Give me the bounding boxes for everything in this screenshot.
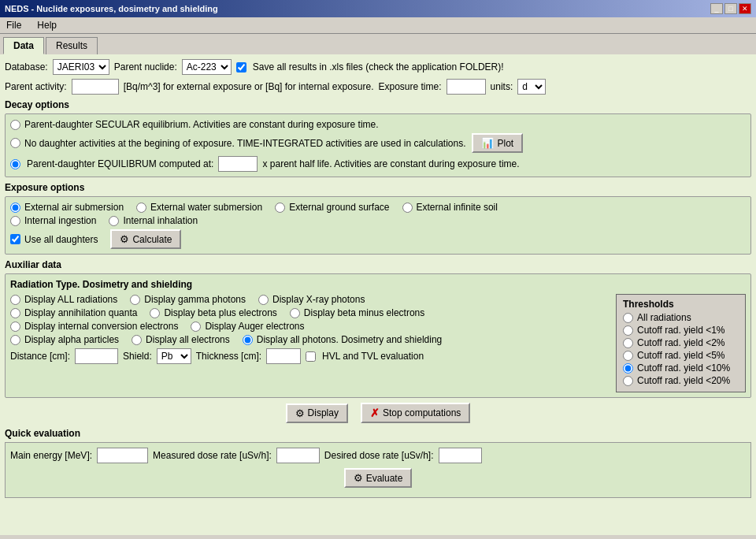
thickness-input[interactable]: 0.3 <box>266 348 301 364</box>
disp-internal-radio[interactable] <box>10 322 20 332</box>
disp-xray-radio[interactable] <box>258 295 269 305</box>
distance-shield-row: Distance [cm]: 100.0 Shield: Pb Al Fe Th… <box>10 348 610 364</box>
ext-water-label: External water submersion <box>150 202 262 213</box>
parent-activity-input[interactable]: 400 <box>72 79 119 95</box>
disp-allelectrons-item: Display all electrons <box>132 334 230 345</box>
disp-gamma-radio[interactable] <box>130 295 140 305</box>
decay-equilibrium-radio[interactable] <box>10 159 20 169</box>
thresh-all-item: All radiations <box>623 312 739 323</box>
thresh-2-label: Cutoff rad. yield <2% <box>637 337 725 348</box>
parent-activity-label: Parent activity: <box>5 81 67 92</box>
activity-row: Parent activity: 400 [Bq/m^3] for extern… <box>5 79 751 95</box>
save-xls-label: Save all results in .xls files (check th… <box>253 61 504 72</box>
stop-button[interactable]: ✗ Stop computations <box>361 403 470 423</box>
thresh-all-radio[interactable] <box>623 313 633 323</box>
radiation-dosimetry-box: Radiation Type. Dosimetry and shielding … <box>5 273 751 398</box>
thresh-1-label: Cutoff rad. yield <1% <box>637 325 725 336</box>
int-ingestion-radio[interactable] <box>10 216 20 226</box>
disp-allelectrons-label: Display all electrons <box>146 334 230 345</box>
evaluate-button[interactable]: ⚙ Evaluate <box>344 468 413 488</box>
activity-unit-label: [Bq/m^3] for external exposure or [Bq] f… <box>124 81 374 92</box>
database-select[interactable]: JAERI03 <box>53 59 109 75</box>
thresh-2-radio[interactable] <box>623 338 633 348</box>
measured-dose-input[interactable]: 2.2 <box>276 448 320 463</box>
display-row3: Display internal conversion electrons Di… <box>10 321 610 332</box>
decay-options-box: Parent-daughter SECULAR equilibrium. Act… <box>5 113 751 177</box>
stop-label: Stop computations <box>383 407 461 418</box>
disp-betaminus-item: Display beta minus electrons <box>290 307 424 318</box>
parent-nuclide-select[interactable]: Ac-223 <box>182 59 232 75</box>
thresh-5-radio[interactable] <box>623 351 633 361</box>
exposure-time-label: Exposure time: <box>379 81 442 92</box>
disp-internal-label: Display internal conversion electrons <box>24 321 178 332</box>
disp-alpha-radio[interactable] <box>10 335 20 345</box>
minimize-button[interactable]: _ <box>710 3 723 14</box>
exposure-time-input[interactable]: 180 <box>447 79 486 95</box>
thresh-1-radio[interactable] <box>623 325 633 336</box>
tab-results[interactable]: Results <box>46 37 98 54</box>
menu-file[interactable]: File <box>3 19 24 32</box>
decay-secular-row: Parent-daughter SECULAR equilibrium. Act… <box>10 119 746 130</box>
plot-button[interactable]: 📊 Plot <box>472 133 523 153</box>
main-energy-input[interactable]: 0.125 <box>97 448 148 463</box>
ext-air-label: External air submersion <box>24 202 124 213</box>
display-button[interactable]: ⚙ Display <box>286 403 348 423</box>
plot-label: Plot <box>497 138 513 149</box>
disp-annihilation-radio[interactable] <box>10 308 20 318</box>
window-controls: _ □ ✕ <box>710 3 751 14</box>
disp-auger-radio[interactable] <box>191 322 201 332</box>
desired-dose-label: Desired dose rate [uSv/h]: <box>324 450 434 461</box>
ext-soil-radio[interactable] <box>402 203 413 213</box>
int-inhalation-item: Internal inhalation <box>109 215 198 226</box>
decay-nodaughter-label: No daughter activities at the begining o… <box>24 138 465 149</box>
shield-select[interactable]: Pb Al Fe <box>157 348 191 364</box>
units-select[interactable]: d <box>517 79 546 95</box>
disp-all-radio[interactable] <box>10 295 20 305</box>
menu-help[interactable]: Help <box>34 19 60 32</box>
hvl-checkbox[interactable] <box>306 351 316 362</box>
distance-input[interactable]: 100.0 <box>75 348 118 364</box>
display-options-container: Display ALL radiations Display gamma pho… <box>10 294 610 392</box>
exposure-row1: External air submersion External water s… <box>10 202 746 213</box>
stop-x-icon: ✗ <box>370 407 380 419</box>
disp-betaplus-radio[interactable] <box>150 308 160 318</box>
maximize-button[interactable]: □ <box>724 3 737 14</box>
display-row4: Display alpha particles Display all elec… <box>10 334 610 345</box>
disp-allphotons-radio[interactable] <box>243 335 253 345</box>
ext-air-item: External air submersion <box>10 202 124 213</box>
decay-equilibrium-label: Parent-daughter EQUILIBRUM computed at: <box>27 158 213 169</box>
use-all-daughters-label: Use all daughters <box>24 234 98 245</box>
database-label: Database: <box>5 61 48 72</box>
disp-allphotons-label: Display all photons. Dosimetry and shiel… <box>257 334 442 345</box>
disp-alpha-item: Display alpha particles <box>10 334 119 345</box>
disp-annihilation-label: Display annihilation quanta <box>24 307 137 318</box>
calculate-button[interactable]: ⚙ Calculate <box>110 229 181 249</box>
desired-dose-input[interactable]: 0.2 <box>439 448 482 463</box>
disp-xray-item: Display X-ray photons <box>258 294 365 305</box>
disp-internal-item: Display internal conversion electrons <box>10 321 178 332</box>
use-all-daughters-checkbox[interactable] <box>10 234 20 244</box>
thresh-10-radio[interactable] <box>623 363 633 374</box>
thresh-20-radio[interactable] <box>623 376 633 386</box>
ext-water-radio[interactable] <box>136 203 146 213</box>
int-inhalation-radio[interactable] <box>109 216 119 226</box>
tab-data[interactable]: Data <box>3 37 44 54</box>
use-all-daughters-item: Use all daughters <box>10 234 98 245</box>
window-title: NEDS - Nuclide exposures, dosimetry and … <box>5 4 218 13</box>
disp-annihilation-item: Display annihilation quanta <box>10 307 137 318</box>
disp-allelectrons-radio[interactable] <box>132 335 142 345</box>
ext-ground-label: External ground surface <box>289 202 389 213</box>
disp-betaminus-radio[interactable] <box>290 308 300 318</box>
exposure-options-box: External air submersion External water s… <box>5 196 751 255</box>
exposure-options-title: Exposure options <box>5 182 751 193</box>
close-button[interactable]: ✕ <box>739 3 751 14</box>
save-xls-checkbox[interactable] <box>236 62 246 72</box>
ext-air-radio[interactable] <box>10 203 20 213</box>
decay-secular-radio[interactable] <box>10 120 20 130</box>
calculate-label: Calculate <box>132 234 172 245</box>
ext-ground-radio[interactable] <box>275 203 285 213</box>
decay-secular-label: Parent-daughter SECULAR equilibrium. Act… <box>24 119 379 130</box>
equilibrium-value-input[interactable]: 10 <box>218 156 258 172</box>
decay-nodaughter-radio[interactable] <box>10 138 20 148</box>
thresh-1-item: Cutoff rad. yield <1% <box>623 325 739 336</box>
